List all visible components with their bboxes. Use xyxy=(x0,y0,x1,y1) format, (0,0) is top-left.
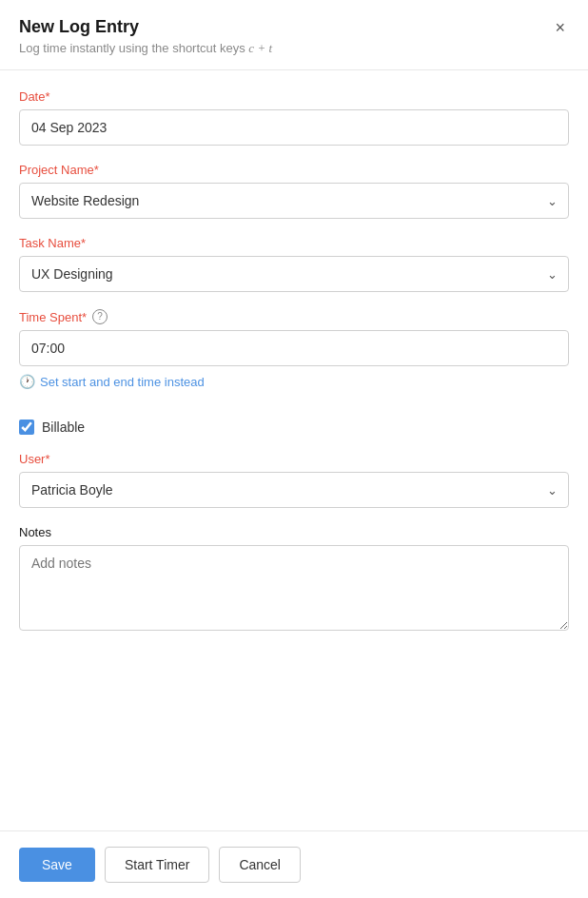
save-button[interactable]: Save xyxy=(19,848,95,882)
modal-title-block: New Log Entry Log time instantly using t… xyxy=(19,17,272,56)
time-help-icon: ? xyxy=(92,309,108,324)
new-log-entry-modal: New Log Entry Log time instantly using t… xyxy=(0,0,588,898)
set-time-link-text: Set start and end time instead xyxy=(40,375,205,389)
date-input[interactable] xyxy=(19,109,569,146)
billable-label[interactable]: Billable xyxy=(42,420,85,435)
time-spent-group: Time Spent* ? 🕐 Set start and end time i… xyxy=(19,309,569,389)
user-select[interactable]: Patricia Boyle John Smith Jane Doe xyxy=(19,472,569,508)
clock-icon: 🕐 xyxy=(19,374,35,389)
subtitle-text: Log time instantly using the shortcut ke… xyxy=(19,41,248,55)
modal-title: New Log Entry xyxy=(19,17,272,37)
task-select-wrapper: UX Designing Development Testing ⌄ xyxy=(19,256,569,292)
notes-textarea[interactable] xyxy=(19,545,569,631)
cancel-button[interactable]: Cancel xyxy=(219,847,301,883)
billable-checkbox[interactable] xyxy=(19,420,34,435)
date-group: Date* xyxy=(19,89,569,146)
notes-label: Notes xyxy=(19,525,569,539)
start-timer-button[interactable]: Start Timer xyxy=(105,847,209,883)
set-start-end-time-link[interactable]: 🕐 Set start and end time instead xyxy=(19,374,569,389)
user-group: User* Patricia Boyle John Smith Jane Doe… xyxy=(19,452,569,508)
project-name-group: Project Name* Website Redesign Mobile Ap… xyxy=(19,163,569,219)
project-label: Project Name* xyxy=(19,163,569,177)
date-label: Date* xyxy=(19,89,569,104)
project-select[interactable]: Website Redesign Mobile App Dashboard xyxy=(19,183,569,219)
task-label: Task Name* xyxy=(19,236,569,250)
notes-group: Notes xyxy=(19,525,569,634)
task-name-group: Task Name* UX Designing Development Test… xyxy=(19,236,569,292)
time-label-row: Time Spent* ? xyxy=(19,309,569,324)
user-select-wrapper: Patricia Boyle John Smith Jane Doe ⌄ xyxy=(19,472,569,508)
shortcut-key: c + t xyxy=(248,41,272,55)
modal-body: Date* Project Name* Website Redesign Mob… xyxy=(0,70,588,830)
time-label: Time Spent* xyxy=(19,310,87,324)
modal-header: New Log Entry Log time instantly using t… xyxy=(0,0,588,70)
modal-footer: Save Start Timer Cancel xyxy=(0,830,588,898)
user-label: User* xyxy=(19,452,569,466)
close-button[interactable]: × xyxy=(551,17,569,38)
project-select-wrapper: Website Redesign Mobile App Dashboard ⌄ xyxy=(19,183,569,219)
task-select[interactable]: UX Designing Development Testing xyxy=(19,256,569,292)
time-input[interactable] xyxy=(19,330,569,366)
billable-group: Billable xyxy=(19,420,569,435)
modal-subtitle: Log time instantly using the shortcut ke… xyxy=(19,41,272,56)
